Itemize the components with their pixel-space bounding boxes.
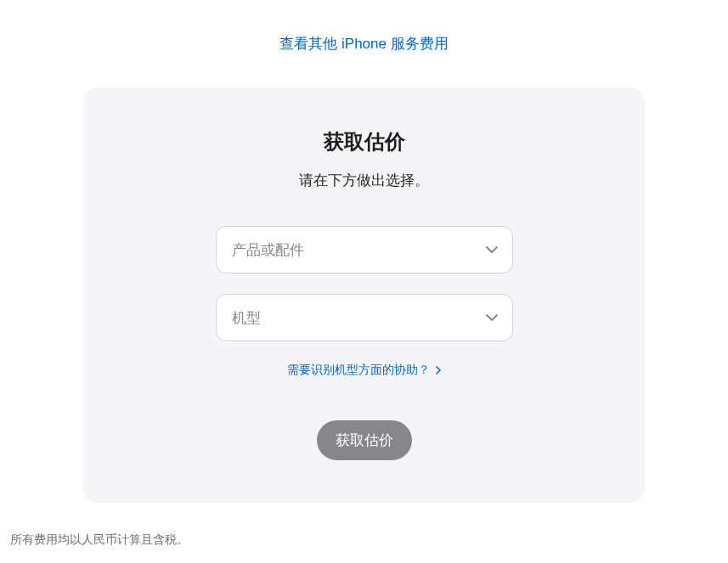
help-link-text: 需要识别机型方面的协助？ <box>287 363 430 376</box>
other-services-link-container: 查看其他 iPhone 服务费用 <box>0 34 728 53</box>
product-select-placeholder: 产品或配件 <box>232 240 304 260</box>
card-subtitle: 请在下方做出选择。 <box>117 171 611 190</box>
footer-disclaimer: 所有费用均以人民币计算且含税。 截至 2023 年 2 月底，保外电池服务的费用… <box>10 528 718 563</box>
footer-line1: 所有费用均以人民币计算且含税。 <box>10 528 718 551</box>
help-link-container: 需要识别机型方面的协助？ <box>117 362 611 378</box>
identify-model-help-link[interactable]: 需要识别机型方面的协助？ <box>287 363 442 376</box>
chevron-right-icon <box>432 363 441 376</box>
model-select-placeholder: 机型 <box>232 308 261 328</box>
estimate-card: 获取估价 请在下方做出选择。 产品或配件 机型 需要识别机型方面的协助？ <box>83 87 645 503</box>
product-select[interactable]: 产品或配件 <box>216 226 513 273</box>
get-estimate-button[interactable]: 获取估价 <box>317 420 412 460</box>
card-title: 获取估价 <box>117 128 611 155</box>
product-select-wrapper: 产品或配件 <box>216 226 513 273</box>
model-select-wrapper: 机型 <box>216 294 513 341</box>
model-select[interactable]: 机型 <box>216 294 513 341</box>
other-services-link[interactable]: 查看其他 iPhone 服务费用 <box>279 36 448 52</box>
